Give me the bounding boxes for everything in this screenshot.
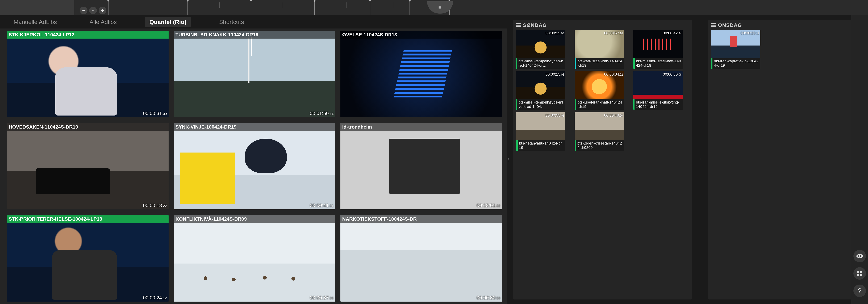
bin-clip[interactable]: 00:00:42.24bts-missiler-israel-natt-1404… xyxy=(633,30,683,69)
bin-thumbnail: 00:00:29.12 xyxy=(711,30,761,58)
drag-handle-icon: ≡ xyxy=(438,4,442,10)
zoom-reset-button[interactable]: ◦ xyxy=(89,7,97,14)
clip-title: STK-PRIORITERER-HELSE-100424-LP13 xyxy=(7,215,168,223)
bin-thumbnail: 00:00:57.14 xyxy=(575,30,624,58)
bin-stripe xyxy=(633,99,634,110)
bin-stripe xyxy=(575,99,576,110)
clip-item[interactable]: TURBINBLAD-KNAKK-110424-DR1900:01:50.14 xyxy=(174,31,335,117)
clip-thumbnail xyxy=(7,123,168,210)
bin-duration: 00:00:29.12 xyxy=(741,31,759,35)
bin-thumbnail: 00:00:35.01 xyxy=(516,112,565,140)
bin-label: bts-kart-israel-iran-140424-dr19 xyxy=(575,58,624,69)
clip-title: TURBINBLAD-KNAKK-110424-DR19 xyxy=(174,31,335,38)
clip-item[interactable]: STK-KJERKOL-110424-LP1200:00:31.00 xyxy=(7,31,168,117)
clip-title: KONFLIKTNIVÅ-110424S-DR09 xyxy=(174,215,335,223)
bin-thumbnail: 00:00:42.24 xyxy=(633,30,683,58)
bin-clip[interactable]: 00:00:15.05bts-missil-tempelhøyde-mlyd-k… xyxy=(516,71,565,110)
bin-label-text: bts-jubel-iran-inatt-140424-dr19 xyxy=(576,99,624,110)
tab-shortcut[interactable]: Shortcuts xyxy=(215,17,248,27)
hamburger-icon xyxy=(711,23,716,27)
bin-wednesday-grid: 00:00:29.12bts-iran-kapret-skip-130424-d… xyxy=(711,30,868,69)
bin-clip[interactable]: 00:00:15.05bts-missil-tempelhøyden-kred-… xyxy=(516,30,565,69)
clip-thumbnail xyxy=(174,215,335,302)
bin-clip[interactable]: 00:00:30.06bts-iran-missile-utskyting-14… xyxy=(633,71,683,110)
clip-title: NARKOTISKSTOFF-100424S-DR xyxy=(340,215,502,223)
bin-thumbnail: 00:00:15.05 xyxy=(516,71,565,99)
bin-clip[interactable]: 00:00:29.12bts-iran-kapret-skip-130424-d… xyxy=(711,30,761,69)
clip-item[interactable]: ØVELSE-110424S-DR13 xyxy=(340,31,502,117)
bin-stripe xyxy=(633,58,635,69)
clip-duration: 00:00:24.12 xyxy=(143,295,167,301)
timeline-ruler[interactable] xyxy=(76,0,868,15)
bin-wednesday-title: ONSDAG xyxy=(718,22,742,28)
pane-divider-mid[interactable]: ⋮ xyxy=(699,20,701,300)
clip-item[interactable]: STK-PRIORITERER-HELSE-100424-LP1300:00:2… xyxy=(7,215,168,302)
clip-title: SYNK-VINJE-100424-DR19 xyxy=(174,123,335,131)
clip-item[interactable]: NARKOTISKSTOFF-100424S-DR00:00:30.09 xyxy=(340,215,502,302)
bin-duration: 00:00:15.05 xyxy=(546,31,564,35)
bin-duration: 00:00:42.24 xyxy=(663,31,682,35)
bin-sunday: SØNDAG 00:00:15.05bts-missil-tempelhøyde… xyxy=(513,20,692,300)
bin-stripe xyxy=(516,140,518,151)
bin-label: bts-missil-tempelhøyde-mlyd-kred-1404… xyxy=(516,99,565,110)
bin-clip[interactable]: 00:00:48.00bts-Biden-krisestab-140424-dr… xyxy=(575,112,624,151)
bin-sunday-grid: 00:00:15.05bts-missil-tempelhøyden-kred-… xyxy=(516,30,689,151)
clip-duration: 00:00:30.09 xyxy=(476,295,500,301)
bin-duration: 00:00:34.02 xyxy=(604,72,623,77)
bin-stripe xyxy=(711,58,712,69)
bin-label-text: bts-missiler-israel-natt-140424-dr19 xyxy=(635,58,683,69)
bin-label: bts-jubel-iran-inatt-140424-dr19 xyxy=(575,99,624,110)
bin-sunday-title: SØNDAG xyxy=(523,22,547,28)
bin-wednesday: ONSDAG 00:00:29.12bts-iran-kapret-skip-1… xyxy=(708,20,868,300)
clip-thumbnail xyxy=(7,215,168,302)
bin-thumbnail: 00:00:30.06 xyxy=(633,71,683,99)
help-button[interactable]: ? xyxy=(854,284,866,297)
arrange-icon xyxy=(856,270,864,277)
clip-duration: 00:13:01.02 xyxy=(476,203,500,208)
clip-title: HOVEDSAKEN-110424S-DR19 xyxy=(7,123,168,131)
bin-duration: 00:00:48.00 xyxy=(604,113,623,118)
clip-item[interactable]: id-trondheim00:13:01.02 xyxy=(340,123,502,210)
bin-area: SØNDAG 00:00:15.05bts-missil-tempelhøyde… xyxy=(510,15,868,304)
bin-label: bts-missiler-israel-natt-140424-dr19 xyxy=(633,58,683,69)
tab-all[interactable]: Alle Adlibs xyxy=(85,17,121,27)
clip-thumbnail xyxy=(174,31,335,117)
zoom-in-button[interactable]: + xyxy=(99,7,106,14)
clip-title: id-trondheim xyxy=(340,123,502,131)
bin-label-text: bts-Biden-krisestab-140424-dr0800 xyxy=(576,140,624,151)
clip-item[interactable]: KONFLIKTNIVÅ-110424S-DR0900:00:37.06 xyxy=(174,215,335,302)
timeline-inactive-segment xyxy=(0,0,74,15)
eye-icon xyxy=(856,252,864,260)
bin-sunday-header[interactable]: SØNDAG xyxy=(516,22,689,28)
tab-quantel[interactable]: Quantel (Rio) xyxy=(145,17,190,27)
bin-wednesday-header[interactable]: ONSDAG xyxy=(711,22,868,28)
zoom-out-button[interactable]: − xyxy=(80,7,88,14)
bin-thumbnail: 00:00:15.05 xyxy=(516,30,565,58)
clip-thumbnail xyxy=(340,123,502,210)
clip-duration: 00:01:50.14 xyxy=(310,111,334,116)
clip-browser: Manuelle AdLibsAlle AdlibsQuantel (Rio)S… xyxy=(0,15,507,304)
bin-label: bts-missil-tempelhøyden-kred-140424-dr… xyxy=(516,58,565,69)
pane-divider-left[interactable]: ⋮ xyxy=(507,15,510,304)
bin-label: bts-netanyahu-140424-dr19 xyxy=(516,140,565,151)
bin-clip[interactable]: 00:00:35.01bts-netanyahu-140424-dr19 xyxy=(516,112,565,151)
bin-thumbnail: 00:00:34.02 xyxy=(575,71,624,99)
tab-manual[interactable]: Manuelle AdLibs xyxy=(9,17,61,27)
zoom-controls: − ◦ + xyxy=(80,7,106,14)
bin-label-text: bts-missil-tempelhøyde-mlyd-kred-1404… xyxy=(517,99,565,110)
bin-clip[interactable]: 00:00:57.14bts-kart-israel-iran-140424-d… xyxy=(575,30,624,69)
clip-thumbnail xyxy=(340,215,502,302)
visibility-button[interactable] xyxy=(854,250,866,262)
bin-stripe xyxy=(575,140,576,151)
bin-clip[interactable]: 00:00:34.02bts-jubel-iran-inatt-140424-d… xyxy=(575,71,624,110)
bin-label: bts-iran-kapret-skip-130424-dr19 xyxy=(711,58,761,69)
bin-stripe xyxy=(575,58,576,69)
bin-label-text: bts-kart-israel-iran-140424-dr19 xyxy=(576,58,624,69)
clip-item[interactable]: HOVEDSAKEN-110424S-DR1900:00:18.22 xyxy=(7,123,168,210)
bin-label: bts-Biden-krisestab-140424-dr0800 xyxy=(575,140,624,151)
bin-duration: 00:00:15.05 xyxy=(546,72,564,77)
clip-grid: STK-KJERKOL-110424-LP1200:00:31.00TURBIN… xyxy=(0,29,507,304)
arrange-button[interactable] xyxy=(854,267,866,280)
bin-label-text: bts-netanyahu-140424-dr19 xyxy=(518,140,565,151)
clip-item[interactable]: SYNK-VINJE-100424-DR1900:00:41.01 xyxy=(174,123,335,210)
